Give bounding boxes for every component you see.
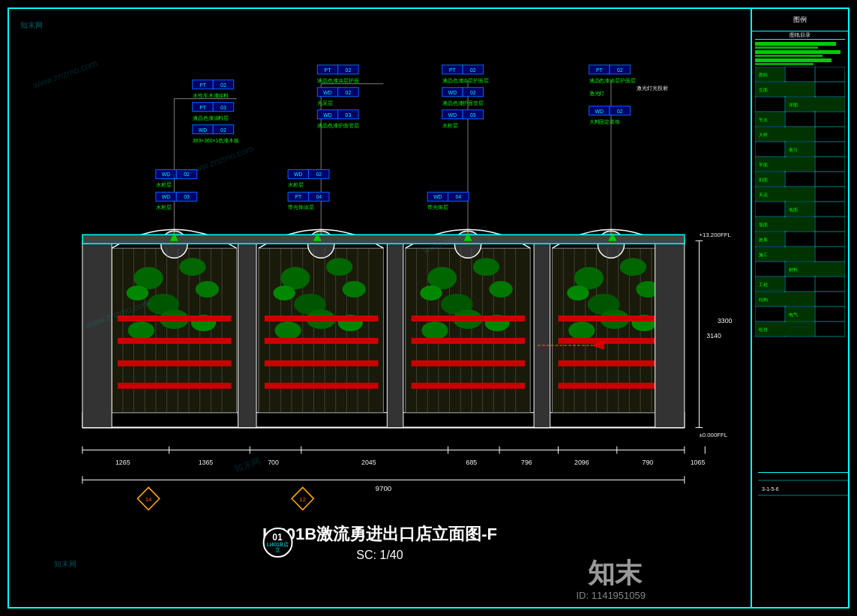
right-panel: 图例 图纸目录	[751, 9, 848, 607]
svg-text:PT: PT	[199, 105, 207, 110]
svg-rect-48	[118, 338, 232, 344]
svg-text:02: 02	[470, 90, 476, 95]
schedule-grid: 图纸 立面 详图 节点 大样 索引 平面 剖面 天花 地面 墙面 效果 施工 材…	[755, 67, 845, 516]
svg-text:±0.000FFL: ±0.000FFL	[699, 432, 727, 438]
svg-point-117	[568, 321, 595, 339]
svg-text:9700: 9700	[376, 484, 392, 492]
svg-point-66	[343, 281, 366, 298]
svg-text:液晶色漆涂层护面: 液晶色漆涂层护面	[317, 78, 358, 83]
svg-text:03: 03	[470, 112, 476, 118]
svg-text:3140: 3140	[706, 332, 721, 339]
svg-text:12: 12	[299, 496, 306, 503]
svg-rect-2	[82, 413, 685, 428]
svg-text:790: 790	[643, 459, 654, 466]
svg-rect-47	[118, 315, 232, 321]
circle-marker: 01 LI401B店立	[262, 528, 292, 558]
svg-text:液晶色漆涂层护面层: 液晶色漆涂层护面层	[589, 78, 636, 83]
corner-logo-bottom: 知末网	[54, 559, 76, 570]
svg-text:1265: 1265	[115, 459, 130, 466]
svg-text:结构: 结构	[759, 298, 768, 302]
svg-text:索引: 索引	[789, 148, 798, 152]
svg-text:水柜层: 水柜层	[156, 182, 172, 187]
svg-text:2045: 2045	[361, 459, 376, 466]
svg-text:大样: 大样	[759, 133, 768, 137]
svg-text:02: 02	[346, 67, 352, 73]
svg-rect-123	[238, 241, 256, 427]
svg-point-41	[127, 286, 148, 301]
svg-text:工程: 工程	[759, 283, 768, 287]
svg-text:PT: PT	[449, 67, 457, 73]
svg-rect-120	[558, 338, 664, 344]
svg-text:PT: PT	[199, 82, 207, 88]
svg-rect-127	[655, 241, 685, 427]
svg-text:水柜层: 水柜层	[442, 123, 458, 128]
svg-text:WD: WD	[448, 112, 457, 118]
svg-text:激光灯: 激光灯	[589, 91, 605, 97]
svg-text:水柜层: 水柜层	[156, 205, 172, 210]
circle-number: 01	[272, 533, 282, 542]
svg-rect-125	[534, 241, 550, 427]
svg-rect-121	[558, 360, 664, 366]
svg-text:带光饰涂层: 带光饰涂层	[288, 205, 314, 210]
svg-text:PT: PT	[325, 67, 332, 73]
svg-text:效果: 效果	[759, 238, 768, 242]
svg-point-89	[420, 286, 442, 301]
svg-rect-71	[265, 315, 379, 321]
svg-text:369×360×1色漆木板: 369×360×1色漆木板	[193, 137, 239, 142]
svg-rect-119	[558, 315, 664, 321]
drawing-title-text: LI401B激流勇进出口店立面图-F	[262, 523, 497, 546]
svg-text:液晶色漆护面管层: 液晶色漆护面管层	[442, 100, 484, 106]
svg-rect-126	[82, 241, 112, 427]
svg-text:04: 04	[455, 194, 461, 199]
corner-logo-top: 知末网	[20, 20, 43, 31]
svg-text:大料固定装饰: 大料固定装饰	[589, 119, 621, 124]
drawing-area: 1265 1365 700 2045 685 796 2096 790 1065…	[9, 9, 751, 607]
svg-text:天花: 天花	[759, 193, 768, 197]
svg-rect-97	[412, 360, 526, 366]
schedule-bar	[755, 50, 841, 54]
svg-text:激光灯光投射: 激光灯光投射	[637, 85, 668, 91]
svg-text:02: 02	[184, 172, 190, 177]
svg-text:剖面: 剖面	[759, 177, 768, 182]
svg-rect-72	[265, 338, 379, 344]
svg-text:685: 685	[466, 459, 478, 466]
svg-text:液晶色漆涂料层: 液晶色漆涂料层	[193, 115, 229, 121]
svg-rect-74	[265, 383, 379, 389]
svg-point-88	[473, 258, 499, 276]
svg-text:WD: WD	[162, 194, 170, 199]
svg-text:给排: 给排	[759, 327, 768, 332]
svg-text:02: 02	[470, 67, 476, 73]
svg-text:2096: 2096	[574, 459, 589, 466]
schedule-bar	[755, 58, 832, 62]
svg-text:地面: 地面	[788, 208, 798, 212]
svg-text:施工: 施工	[759, 253, 768, 257]
svg-text:WD: WD	[162, 172, 170, 177]
schedule-row-1	[755, 42, 845, 49]
schedule-row-3	[755, 58, 845, 65]
svg-text:PT: PT	[295, 194, 302, 199]
svg-text:03: 03	[346, 112, 352, 118]
cad-drawing: 1265 1365 700 2045 685 796 2096 790 1065…	[9, 9, 751, 607]
svg-point-45	[128, 321, 154, 339]
svg-rect-122	[558, 383, 664, 389]
svg-point-65	[274, 286, 295, 301]
drawing-scale: SC: 1/40	[262, 549, 497, 562]
svg-rect-96	[412, 338, 526, 344]
schedule-bottom: 3-1-5-6	[758, 472, 848, 504]
brand-logo: 知末	[588, 555, 642, 592]
svg-text:PT: PT	[596, 67, 604, 73]
right-panel-title: 图例	[752, 9, 848, 31]
svg-text:立面: 立面	[759, 87, 768, 92]
svg-text:材料: 材料	[788, 268, 798, 272]
svg-text:墙面: 墙面	[758, 223, 768, 227]
svg-rect-124	[387, 241, 403, 427]
legend-label: 图纸目录	[755, 31, 845, 40]
svg-text:平面: 平面	[759, 163, 768, 167]
svg-text:03: 03	[184, 194, 190, 199]
schedule-bar	[755, 42, 836, 46]
svg-text:液晶色漆涂层护面层: 液晶色漆涂层护面层	[442, 78, 489, 83]
svg-text:WD: WD	[294, 172, 302, 177]
svg-rect-73	[265, 360, 379, 366]
document-id: ID: 1141951059	[576, 590, 646, 601]
svg-text:02: 02	[617, 109, 623, 114]
